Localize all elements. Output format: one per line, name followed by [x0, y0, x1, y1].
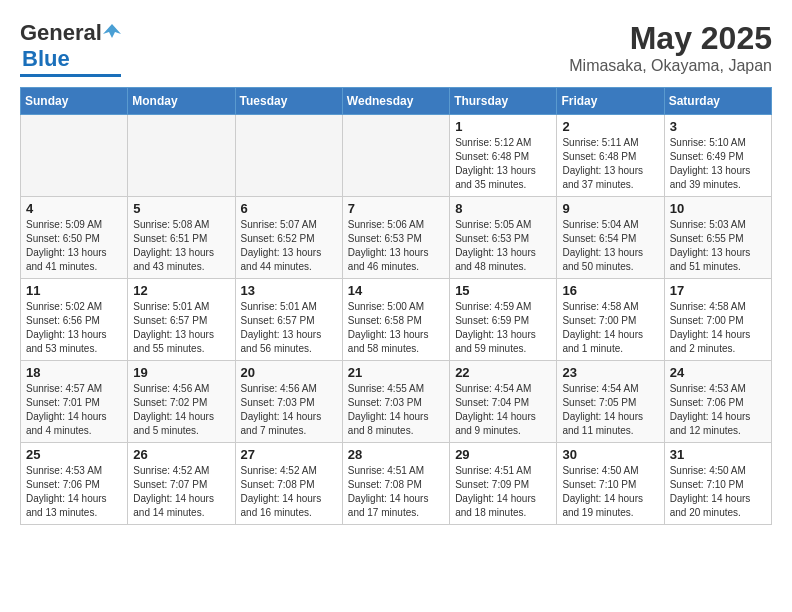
day-info: Sunrise: 4:52 AMSunset: 7:08 PMDaylight:…	[241, 464, 337, 520]
day-info: Sunrise: 4:53 AMSunset: 7:06 PMDaylight:…	[670, 382, 766, 438]
calendar-day-cell: 16Sunrise: 4:58 AMSunset: 7:00 PMDayligh…	[557, 279, 664, 361]
day-info: Sunrise: 4:58 AMSunset: 7:00 PMDaylight:…	[670, 300, 766, 356]
calendar-day-cell: 31Sunrise: 4:50 AMSunset: 7:10 PMDayligh…	[664, 443, 771, 525]
calendar-day-cell: 8Sunrise: 5:05 AMSunset: 6:53 PMDaylight…	[450, 197, 557, 279]
day-number: 7	[348, 201, 444, 216]
calendar-day-cell: 3Sunrise: 5:10 AMSunset: 6:49 PMDaylight…	[664, 115, 771, 197]
day-info: Sunrise: 4:51 AMSunset: 7:08 PMDaylight:…	[348, 464, 444, 520]
calendar-day-cell: 23Sunrise: 4:54 AMSunset: 7:05 PMDayligh…	[557, 361, 664, 443]
calendar-week-row: 4Sunrise: 5:09 AMSunset: 6:50 PMDaylight…	[21, 197, 772, 279]
day-number: 3	[670, 119, 766, 134]
day-number: 10	[670, 201, 766, 216]
title-area: May 2025 Mimasaka, Okayama, Japan	[569, 20, 772, 75]
logo-bird-icon	[103, 22, 121, 40]
day-info: Sunrise: 4:57 AMSunset: 7:01 PMDaylight:…	[26, 382, 122, 438]
logo: General Blue	[20, 20, 121, 77]
col-tuesday: Tuesday	[235, 88, 342, 115]
day-info: Sunrise: 4:50 AMSunset: 7:10 PMDaylight:…	[670, 464, 766, 520]
day-number: 18	[26, 365, 122, 380]
day-info: Sunrise: 4:53 AMSunset: 7:06 PMDaylight:…	[26, 464, 122, 520]
day-info: Sunrise: 5:09 AMSunset: 6:50 PMDaylight:…	[26, 218, 122, 274]
calendar-day-cell: 27Sunrise: 4:52 AMSunset: 7:08 PMDayligh…	[235, 443, 342, 525]
calendar-day-cell: 10Sunrise: 5:03 AMSunset: 6:55 PMDayligh…	[664, 197, 771, 279]
page-header: General Blue May 2025 Mimasaka, Okayama,…	[20, 20, 772, 77]
calendar-day-cell: 14Sunrise: 5:00 AMSunset: 6:58 PMDayligh…	[342, 279, 449, 361]
day-info: Sunrise: 5:03 AMSunset: 6:55 PMDaylight:…	[670, 218, 766, 274]
calendar-day-cell: 6Sunrise: 5:07 AMSunset: 6:52 PMDaylight…	[235, 197, 342, 279]
day-info: Sunrise: 4:51 AMSunset: 7:09 PMDaylight:…	[455, 464, 551, 520]
col-friday: Friday	[557, 88, 664, 115]
day-info: Sunrise: 5:08 AMSunset: 6:51 PMDaylight:…	[133, 218, 229, 274]
calendar-day-cell: 28Sunrise: 4:51 AMSunset: 7:08 PMDayligh…	[342, 443, 449, 525]
calendar-day-cell: 15Sunrise: 4:59 AMSunset: 6:59 PMDayligh…	[450, 279, 557, 361]
day-number: 20	[241, 365, 337, 380]
col-wednesday: Wednesday	[342, 88, 449, 115]
day-info: Sunrise: 4:56 AMSunset: 7:03 PMDaylight:…	[241, 382, 337, 438]
location: Mimasaka, Okayama, Japan	[569, 57, 772, 75]
day-number: 19	[133, 365, 229, 380]
day-number: 29	[455, 447, 551, 462]
day-info: Sunrise: 5:00 AMSunset: 6:58 PMDaylight:…	[348, 300, 444, 356]
calendar-day-cell: 2Sunrise: 5:11 AMSunset: 6:48 PMDaylight…	[557, 115, 664, 197]
calendar-day-cell: 22Sunrise: 4:54 AMSunset: 7:04 PMDayligh…	[450, 361, 557, 443]
calendar-day-cell: 11Sunrise: 5:02 AMSunset: 6:56 PMDayligh…	[21, 279, 128, 361]
col-sunday: Sunday	[21, 88, 128, 115]
calendar-table: Sunday Monday Tuesday Wednesday Thursday…	[20, 87, 772, 525]
day-number: 2	[562, 119, 658, 134]
day-number: 31	[670, 447, 766, 462]
logo-underline	[20, 74, 121, 77]
day-info: Sunrise: 5:05 AMSunset: 6:53 PMDaylight:…	[455, 218, 551, 274]
day-number: 24	[670, 365, 766, 380]
calendar-day-cell	[235, 115, 342, 197]
calendar-header-row: Sunday Monday Tuesday Wednesday Thursday…	[21, 88, 772, 115]
day-number: 23	[562, 365, 658, 380]
calendar-day-cell	[128, 115, 235, 197]
day-info: Sunrise: 5:12 AMSunset: 6:48 PMDaylight:…	[455, 136, 551, 192]
day-number: 13	[241, 283, 337, 298]
day-number: 6	[241, 201, 337, 216]
day-number: 27	[241, 447, 337, 462]
month-title: May 2025	[569, 20, 772, 57]
svg-marker-0	[103, 24, 121, 38]
day-number: 5	[133, 201, 229, 216]
day-number: 30	[562, 447, 658, 462]
calendar-day-cell: 13Sunrise: 5:01 AMSunset: 6:57 PMDayligh…	[235, 279, 342, 361]
day-number: 16	[562, 283, 658, 298]
day-info: Sunrise: 4:54 AMSunset: 7:04 PMDaylight:…	[455, 382, 551, 438]
day-info: Sunrise: 4:55 AMSunset: 7:03 PMDaylight:…	[348, 382, 444, 438]
col-monday: Monday	[128, 88, 235, 115]
day-number: 9	[562, 201, 658, 216]
calendar-day-cell: 19Sunrise: 4:56 AMSunset: 7:02 PMDayligh…	[128, 361, 235, 443]
day-number: 11	[26, 283, 122, 298]
day-info: Sunrise: 4:50 AMSunset: 7:10 PMDaylight:…	[562, 464, 658, 520]
day-info: Sunrise: 4:52 AMSunset: 7:07 PMDaylight:…	[133, 464, 229, 520]
calendar-day-cell: 17Sunrise: 4:58 AMSunset: 7:00 PMDayligh…	[664, 279, 771, 361]
day-number: 17	[670, 283, 766, 298]
day-number: 1	[455, 119, 551, 134]
calendar-day-cell: 9Sunrise: 5:04 AMSunset: 6:54 PMDaylight…	[557, 197, 664, 279]
day-info: Sunrise: 4:56 AMSunset: 7:02 PMDaylight:…	[133, 382, 229, 438]
calendar-day-cell: 5Sunrise: 5:08 AMSunset: 6:51 PMDaylight…	[128, 197, 235, 279]
calendar-day-cell: 20Sunrise: 4:56 AMSunset: 7:03 PMDayligh…	[235, 361, 342, 443]
day-number: 28	[348, 447, 444, 462]
calendar-day-cell: 29Sunrise: 4:51 AMSunset: 7:09 PMDayligh…	[450, 443, 557, 525]
day-number: 4	[26, 201, 122, 216]
calendar-day-cell: 4Sunrise: 5:09 AMSunset: 6:50 PMDaylight…	[21, 197, 128, 279]
calendar-week-row: 25Sunrise: 4:53 AMSunset: 7:06 PMDayligh…	[21, 443, 772, 525]
calendar-day-cell	[21, 115, 128, 197]
day-info: Sunrise: 4:59 AMSunset: 6:59 PMDaylight:…	[455, 300, 551, 356]
day-info: Sunrise: 5:11 AMSunset: 6:48 PMDaylight:…	[562, 136, 658, 192]
calendar-day-cell	[342, 115, 449, 197]
calendar-day-cell: 7Sunrise: 5:06 AMSunset: 6:53 PMDaylight…	[342, 197, 449, 279]
logo-blue: Blue	[22, 46, 70, 72]
day-number: 21	[348, 365, 444, 380]
day-info: Sunrise: 4:58 AMSunset: 7:00 PMDaylight:…	[562, 300, 658, 356]
day-number: 8	[455, 201, 551, 216]
day-info: Sunrise: 5:01 AMSunset: 6:57 PMDaylight:…	[133, 300, 229, 356]
col-thursday: Thursday	[450, 88, 557, 115]
calendar-week-row: 1Sunrise: 5:12 AMSunset: 6:48 PMDaylight…	[21, 115, 772, 197]
day-number: 22	[455, 365, 551, 380]
day-info: Sunrise: 4:54 AMSunset: 7:05 PMDaylight:…	[562, 382, 658, 438]
day-info: Sunrise: 5:07 AMSunset: 6:52 PMDaylight:…	[241, 218, 337, 274]
day-info: Sunrise: 5:10 AMSunset: 6:49 PMDaylight:…	[670, 136, 766, 192]
